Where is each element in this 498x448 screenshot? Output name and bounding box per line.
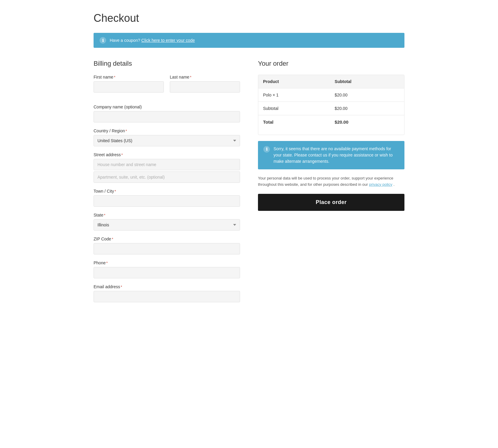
- payment-notice-icon: ℹ: [263, 146, 270, 153]
- town-city-group: Town / City*: [94, 189, 240, 207]
- state-group: State* Illinois: [94, 213, 240, 231]
- product-name: Polo × 1: [258, 88, 330, 102]
- street-address-input[interactable]: [94, 159, 240, 170]
- total-row: Total $20.00: [258, 115, 404, 129]
- billing-heading: Billing details: [94, 60, 240, 67]
- name-row: First name* Last name*: [94, 75, 240, 99]
- payment-notice-message: Sorry, it seems that there are no availa…: [274, 146, 399, 165]
- company-name-label: Company name (optional): [94, 105, 240, 109]
- col-product: Product: [258, 75, 330, 88]
- order-table: Product Subtotal Polo × 1 $20.00 Subtota…: [258, 75, 404, 129]
- zip-code-input[interactable]: [94, 243, 240, 254]
- order-section: Your order Product Subtotal Polo × 1 $20…: [258, 60, 404, 211]
- total-value: $20.00: [330, 115, 404, 129]
- phone-label: Phone*: [94, 260, 240, 265]
- country-region-label: Country / Region*: [94, 128, 240, 133]
- subtotal-value: $20.00: [330, 102, 404, 115]
- first-name-group: First name*: [94, 75, 164, 93]
- email-label: Email address*: [94, 284, 240, 289]
- col-subtotal: Subtotal: [330, 75, 404, 88]
- last-name-input[interactable]: [170, 81, 240, 93]
- order-table-header: Product Subtotal: [258, 75, 404, 88]
- street-address-group: Street address*: [94, 152, 240, 170]
- coupon-banner: ℹ Have a coupon? Click here to enter you…: [94, 33, 404, 48]
- product-subtotal: $20.00: [330, 88, 404, 102]
- town-city-label: Town / City*: [94, 189, 240, 194]
- country-region-group: Country / Region* United States (US): [94, 128, 240, 146]
- street-address2-group: [94, 171, 240, 183]
- zip-code-label: ZIP Code*: [94, 237, 240, 241]
- order-table-wrapper: Product Subtotal Polo × 1 $20.00 Subtota…: [258, 75, 404, 135]
- phone-group: Phone*: [94, 260, 240, 278]
- billing-section: Billing details First name* Last name* C…: [94, 60, 240, 308]
- last-name-group: Last name*: [170, 75, 240, 93]
- company-name-group: Company name (optional): [94, 105, 240, 122]
- country-region-select[interactable]: United States (US): [94, 135, 240, 146]
- privacy-text: Your personal data will be used to proce…: [258, 175, 404, 188]
- place-order-button[interactable]: Place order: [258, 194, 404, 211]
- street-address-label: Street address*: [94, 152, 240, 157]
- payment-notice: ℹ Sorry, it seems that there are no avai…: [258, 141, 404, 169]
- email-input[interactable]: [94, 291, 240, 302]
- zip-code-group: ZIP Code*: [94, 237, 240, 254]
- order-heading: Your order: [258, 60, 404, 67]
- total-label: Total: [258, 115, 330, 129]
- coupon-text: Have a coupon? Click here to enter your …: [110, 38, 195, 43]
- page-title: Checkout: [94, 12, 404, 24]
- first-name-label: First name*: [94, 75, 164, 79]
- coupon-info-icon: ℹ: [100, 37, 106, 44]
- street-address2-input[interactable]: [94, 171, 240, 183]
- email-group: Email address*: [94, 284, 240, 302]
- state-select[interactable]: Illinois: [94, 219, 240, 231]
- subtotal-row: Subtotal $20.00: [258, 102, 404, 115]
- coupon-link[interactable]: Click here to enter your code: [141, 38, 195, 43]
- privacy-policy-link[interactable]: privacy policy: [369, 182, 392, 187]
- town-city-input[interactable]: [94, 195, 240, 207]
- state-label: State*: [94, 213, 240, 217]
- company-name-input[interactable]: [94, 111, 240, 122]
- last-name-label: Last name*: [170, 75, 240, 79]
- first-name-input[interactable]: [94, 81, 164, 93]
- phone-input[interactable]: [94, 267, 240, 278]
- subtotal-label: Subtotal: [258, 102, 330, 115]
- table-row: Polo × 1 $20.00: [258, 88, 404, 102]
